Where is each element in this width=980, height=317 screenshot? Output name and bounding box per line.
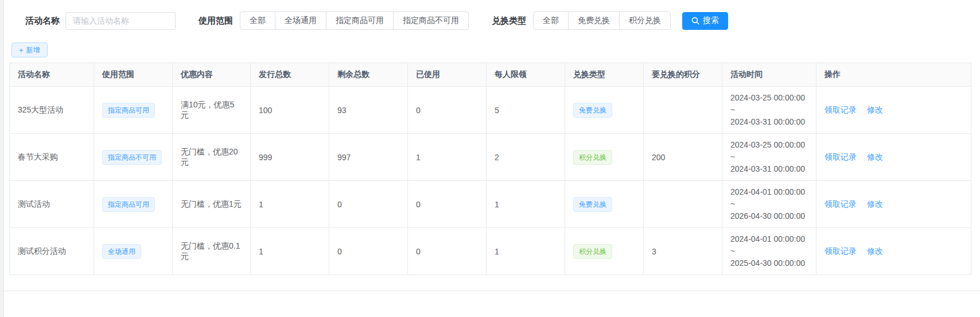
search-button-label: 搜索 (703, 16, 719, 26)
usage-scope-all-button[interactable]: 全部 (240, 11, 275, 30)
cell-activity-name: 测试积分活动 (10, 228, 94, 275)
modify-link[interactable]: 修改 (867, 105, 883, 114)
col-header-total-issued: 发行总数 (251, 63, 329, 87)
claim-records-link[interactable]: 领取记录 (825, 199, 857, 208)
col-header-points-required: 要兑换的积分 (644, 63, 722, 87)
cell-usage-scope: 指定商品可用 (94, 87, 173, 134)
modify-link[interactable]: 修改 (867, 152, 883, 161)
claim-records-link[interactable]: 领取记录 (825, 246, 857, 256)
modify-link[interactable]: 修改 (867, 199, 883, 208)
add-button[interactable]: + 新增 (11, 42, 48, 57)
claim-records-link[interactable]: 领取记录 (825, 105, 857, 114)
col-header-used: 已使用 (408, 63, 487, 87)
cell-points: 3 (644, 228, 722, 275)
time-tilde: ~ (730, 104, 808, 116)
plus-icon: + (19, 47, 24, 54)
usage-scope-button-group: 全部 全场通用 指定商品可用 指定商品不可用 (240, 11, 469, 30)
cell-issued: 1 (251, 181, 329, 228)
time-start: 2024-03-25 00:00:00 (730, 92, 808, 104)
cell-activity-time: 2024-03-25 00:00:00 ~ 2024-03-31 00:00:0… (722, 87, 816, 134)
cell-points (644, 87, 722, 134)
time-start: 2024-03-25 00:00:00 (730, 139, 808, 151)
cell-operations: 领取记录 修改 (816, 134, 971, 181)
claim-records-link[interactable]: 领取记录 (825, 152, 857, 161)
cell-operations: 领取记录 修改 (816, 228, 971, 275)
col-header-activity-time: 活动时间 (722, 63, 816, 87)
exchange-type-tag: 免费兑换 (573, 103, 612, 118)
content-area: 活动名称 使用范围 全部 全场通用 指定商品可用 指定商品不可用 兑换类型 全部… (4, 0, 980, 291)
cell-operations: 领取记录 修改 (816, 181, 971, 228)
cell-points (644, 181, 722, 228)
time-end: 2024-03-31 00:00:00 (730, 116, 808, 128)
exchange-type-button-group: 全部 免费兑换 积分兑换 (533, 11, 671, 30)
cell-exchange-type: 积分兑换 (565, 228, 644, 275)
left-edge-strip (0, 0, 4, 317)
col-header-operations: 操作 (816, 63, 971, 87)
exchange-type-points-button[interactable]: 积分兑换 (620, 11, 671, 30)
exchange-type-tag: 积分兑换 (573, 244, 612, 259)
cell-issued: 1 (251, 228, 329, 275)
table-row: 测试积分活动 全场通用 无门槛，优惠0.1元 1 0 0 1 积分兑换 3 20… (10, 228, 971, 275)
cell-per-limit: 2 (487, 134, 565, 181)
cell-remaining: 93 (329, 87, 408, 134)
search-icon (691, 17, 699, 25)
cell-activity-time: 2024-04-01 00:00:00 ~ 2025-04-30 00:00:0… (722, 228, 816, 275)
time-start: 2024-04-01 00:00:00 (730, 233, 808, 245)
cell-issued: 100 (251, 87, 329, 134)
usage-scope-tag: 指定商品可用 (102, 197, 155, 212)
col-header-discount-content: 优惠内容 (173, 63, 251, 87)
cell-used: 0 (408, 228, 487, 275)
filter-bar: 活动名称 使用范围 全部 全场通用 指定商品可用 指定商品不可用 兑换类型 全部… (25, 11, 971, 30)
activity-name-input[interactable] (65, 12, 176, 30)
table-row: 春节大采购 指定商品不可用 无门槛，优惠20元 999 997 1 2 积分兑换… (10, 134, 971, 181)
cell-operations: 领取记录 修改 (816, 87, 971, 134)
activity-name-label: 活动名称 (25, 16, 60, 26)
cell-usage-scope: 指定商品不可用 (94, 134, 173, 181)
cell-issued: 999 (251, 134, 329, 181)
time-start: 2024-04-01 00:00:00 (730, 186, 808, 198)
usage-scope-universal-button[interactable]: 全场通用 (275, 11, 326, 30)
usage-scope-specified-disallowed-button[interactable]: 指定商品不可用 (394, 11, 469, 30)
usage-scope-specified-allowed-button[interactable]: 指定商品可用 (326, 11, 394, 30)
cell-discount: 无门槛，优惠0.1元 (173, 228, 251, 275)
activity-table: 活动名称 使用范围 优惠内容 发行总数 剩余总数 已使用 每人限领 兑换类型 要… (9, 63, 971, 275)
time-tilde: ~ (730, 151, 808, 163)
time-tilde: ~ (730, 245, 808, 257)
cell-used: 0 (408, 87, 487, 134)
cell-exchange-type: 免费兑换 (565, 181, 644, 228)
modify-link[interactable]: 修改 (867, 246, 883, 256)
cell-remaining: 0 (329, 228, 408, 275)
exchange-type-tag: 免费兑换 (573, 197, 612, 212)
usage-scope-label: 使用范围 (199, 16, 233, 26)
cell-discount: 无门槛，优惠1元 (173, 181, 251, 228)
cell-activity-time: 2024-04-01 00:00:00 ~ 2026-04-30 00:00:0… (722, 181, 816, 228)
cell-activity-name: 测试活动 (10, 181, 94, 228)
cell-per-limit: 1 (487, 181, 565, 228)
usage-scope-tag: 全场通用 (102, 244, 141, 259)
cell-used: 0 (408, 181, 487, 228)
time-tilde: ~ (730, 198, 808, 210)
table-row: 测试活动 指定商品可用 无门槛，优惠1元 1 0 0 1 免费兑换 2024-0… (10, 181, 971, 228)
table-header-row: 活动名称 使用范围 优惠内容 发行总数 剩余总数 已使用 每人限领 兑换类型 要… (10, 63, 971, 87)
cell-points: 200 (644, 134, 722, 181)
exchange-type-label: 兑换类型 (492, 16, 526, 26)
exchange-type-tag: 积分兑换 (573, 150, 612, 165)
col-header-total-remaining: 剩余总数 (329, 63, 408, 87)
cell-used: 1 (408, 134, 487, 181)
cell-activity-name: 春节大采购 (10, 134, 94, 181)
cell-exchange-type: 免费兑换 (565, 87, 644, 134)
col-header-usage-scope: 使用范围 (94, 63, 173, 87)
time-end: 2024-03-31 00:00:00 (730, 163, 808, 175)
cell-activity-name: 325大型活动 (10, 87, 94, 134)
table-row: 325大型活动 指定商品可用 满10元，优惠5元 100 93 0 5 免费兑换… (10, 87, 971, 134)
cell-activity-time: 2024-03-25 00:00:00 ~ 2024-03-31 00:00:0… (722, 134, 816, 181)
cell-per-limit: 5 (487, 87, 565, 134)
exchange-type-all-button[interactable]: 全部 (533, 11, 569, 30)
exchange-type-free-button[interactable]: 免费兑换 (569, 11, 620, 30)
cell-usage-scope: 指定商品可用 (94, 181, 173, 228)
cell-exchange-type: 积分兑换 (565, 134, 644, 181)
cell-discount: 满10元，优惠5元 (173, 87, 251, 134)
usage-scope-tag: 指定商品不可用 (102, 150, 162, 165)
search-button[interactable]: 搜索 (682, 12, 728, 30)
col-header-per-person-limit: 每人限领 (487, 63, 565, 87)
